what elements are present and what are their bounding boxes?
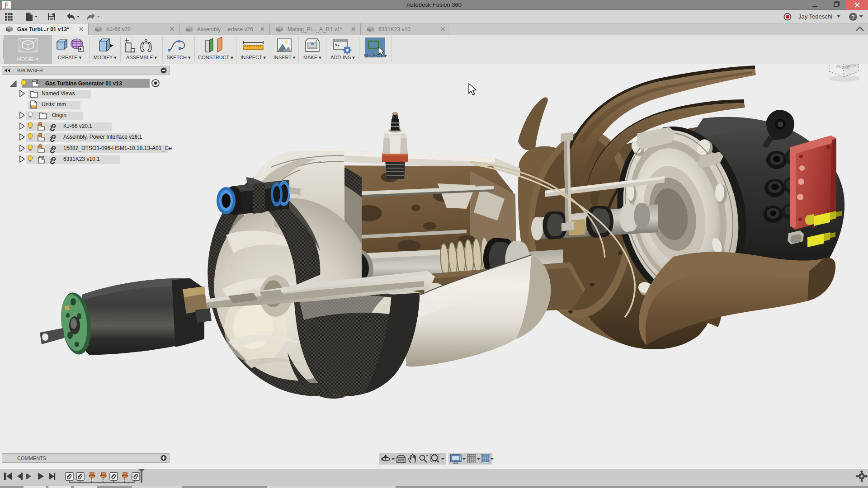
svg-text:6331K23 v10:1: 6331K23 v10:1: [63, 156, 100, 162]
svg-text:KJ-66 v20:1: KJ-66 v20:1: [63, 123, 92, 129]
svg-text:Jay Tedeschi: Jay Tedeschi: [798, 13, 832, 20]
svg-text:Units: mm: Units: mm: [42, 101, 66, 108]
svg-text:COMMENTS: COMMENTS: [17, 455, 46, 461]
svg-text:Origin: Origin: [52, 112, 66, 118]
svg-text:15082_DTSO1-096-HSM1-10.18.13-: 15082_DTSO1-096-HSM1-10.18.13-A01_Ge...: [63, 145, 172, 151]
svg-text:Assembly, Power Interface v26:: Assembly, Power Interface v26:1: [63, 134, 142, 140]
svg-text:Named Views: Named Views: [42, 90, 75, 97]
svg-text:BROWSER: BROWSER: [17, 68, 43, 73]
svg-text:?: ?: [851, 14, 855, 20]
svg-text:>-: >-: [335, 43, 340, 48]
svg-text:Gas Turbine Generator 01 v13: Gas Turbine Generator 01 v13: [45, 80, 122, 87]
